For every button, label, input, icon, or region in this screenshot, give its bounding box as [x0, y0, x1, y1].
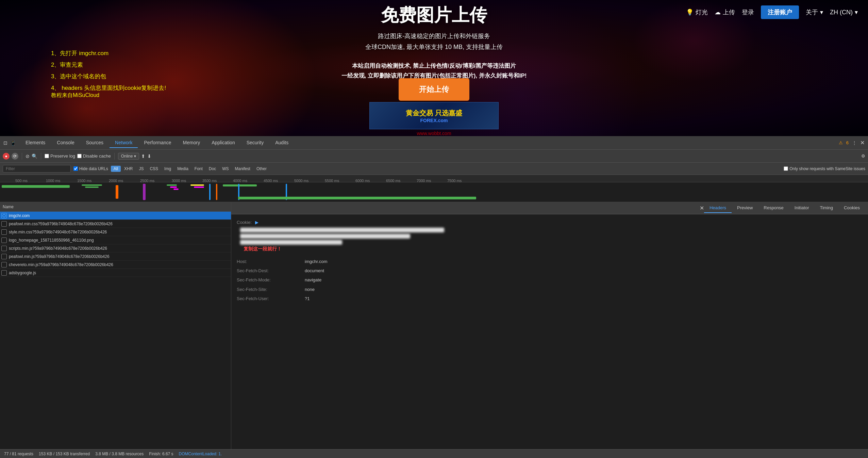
- alert-count: 6: [846, 140, 849, 145]
- tbar-8: [190, 184, 204, 186]
- search-icon[interactable]: 🔍: [32, 153, 37, 159]
- nav-light[interactable]: 💡 灯光: [686, 8, 708, 16]
- hide-data-urls-label: Hide data URLs: [79, 166, 108, 171]
- table-row[interactable]: logo_homepage_1587118550966_46110d.png: [0, 236, 231, 244]
- tab-network[interactable]: Network: [110, 138, 138, 148]
- tab-performance[interactable]: Performance: [138, 138, 177, 148]
- row-type-icon: [1, 238, 7, 243]
- filter-type-buttons: All XHR JS CSS Img Media Font Doc WS Man…: [111, 166, 269, 172]
- filter-input[interactable]: [3, 165, 71, 173]
- filter-type-doc[interactable]: Doc: [206, 166, 219, 172]
- header-sec-fetch-site: Sec-Fetch-Site: none: [237, 285, 863, 293]
- tbar-2: [85, 186, 99, 188]
- filter-icon[interactable]: ⊘: [26, 153, 30, 159]
- devtools-tabbar: ⊡ 📱 Elements Console Sources Network Per…: [0, 136, 868, 150]
- nav-login[interactable]: 登录: [742, 8, 754, 16]
- filter-type-media[interactable]: Media: [174, 166, 191, 172]
- requests-count: 77 / 81 requests: [4, 452, 33, 456]
- detail-close-button[interactable]: ✕: [700, 205, 704, 211]
- tab-console[interactable]: Console: [51, 138, 80, 148]
- tab-application[interactable]: Application: [206, 138, 240, 148]
- nav-about[interactable]: 关于 ▾: [806, 8, 823, 16]
- table-row[interactable]: style.min.css?59a9796b749048c678e7206b00…: [0, 228, 231, 236]
- samesite-filter: Only show requests with SameSite issues: [784, 166, 865, 171]
- detail-tab-headers[interactable]: Headers: [704, 203, 732, 213]
- cookie-value-blurred-2: [240, 234, 410, 239]
- nav-register-button[interactable]: 注册账户: [761, 5, 799, 19]
- tbar-7: [173, 189, 179, 190]
- online-selector[interactable]: Online ▾: [118, 153, 139, 160]
- filter-type-ws[interactable]: WS: [219, 166, 231, 172]
- hero-navigation: 💡 灯光 ☁ 上传 登录 注册账户 关于 ▾ ZH (CN) ▾: [676, 0, 868, 24]
- row-type-icon: [1, 270, 7, 276]
- more-icon[interactable]: ⋮: [852, 140, 857, 146]
- dom-content-loaded[interactable]: DOMContentLoaded: 1.: [179, 452, 222, 456]
- detail-tab-initiator[interactable]: Initiator: [789, 203, 815, 213]
- table-row[interactable]: imgchr.com: [0, 212, 231, 220]
- tbar-12: [223, 184, 257, 186]
- tab-elements[interactable]: Elements: [20, 138, 51, 148]
- upload-button[interactable]: 开始上传: [399, 78, 469, 101]
- tab-security[interactable]: Security: [241, 138, 269, 148]
- download-arrow-icon[interactable]: ⬇: [147, 153, 151, 159]
- row-type-icon: [1, 229, 7, 235]
- nav-upload-label: 上传: [723, 8, 735, 16]
- samesite-checkbox[interactable]: [784, 166, 788, 171]
- nav-lang[interactable]: ZH (CN) ▾: [830, 9, 858, 16]
- filter-type-all[interactable]: All: [111, 166, 121, 172]
- row-name-2: style.min.css?59a9796b749048c678e7206b00…: [9, 230, 230, 234]
- preserve-log-input[interactable]: [45, 154, 49, 158]
- preserve-log-checkbox[interactable]: Preserve log: [45, 153, 75, 159]
- nav-login-label: 登录: [742, 8, 754, 16]
- tab-audits[interactable]: Audits: [270, 138, 294, 148]
- expand-button[interactable]: ▶: [255, 218, 258, 226]
- detail-tab-timing[interactable]: Timing: [815, 203, 839, 213]
- disable-cache-input[interactable]: [77, 154, 82, 158]
- hero-source: 教程来自MiSuCloud: [51, 92, 99, 99]
- watermark: www.wobbt.com: [417, 131, 451, 136]
- table-row[interactable]: scripts.min.js?59a9796b749048c678e7206b0…: [0, 244, 231, 252]
- table-row[interactable]: peafowl.min.js?59a9796b749048c678e7206b0…: [0, 252, 231, 261]
- clear-button[interactable]: ⟳: [12, 153, 18, 160]
- sec-fetch-mode-key: Sec-Fetch-Mode:: [237, 276, 305, 284]
- ad-forex: FOREX.com: [420, 118, 448, 123]
- hide-data-urls-checkbox[interactable]: Hide data URLs: [73, 166, 108, 171]
- mark-4500ms: 4500 ms: [264, 179, 278, 183]
- close-icon[interactable]: ✕: [860, 140, 865, 146]
- filter-type-img[interactable]: Img: [162, 166, 174, 172]
- filter-type-js[interactable]: JS: [136, 166, 146, 172]
- instruction-2: 2、审查元素: [51, 59, 166, 71]
- upload-arrow-icon[interactable]: ⬆: [141, 153, 145, 159]
- tab-memory[interactable]: Memory: [178, 138, 206, 148]
- settings-icon[interactable]: ⚙: [861, 153, 865, 159]
- nav-about-label: 关于: [806, 8, 818, 16]
- upload-icon: ☁: [715, 9, 721, 16]
- toolbar-divider-3: [114, 153, 115, 160]
- sec-fetch-site-key: Sec-Fetch-Site:: [237, 285, 305, 293]
- filter-type-font[interactable]: Font: [192, 166, 205, 172]
- filter-type-css[interactable]: CSS: [147, 166, 161, 172]
- mark-2000ms: 2000 ms: [109, 179, 123, 183]
- hide-data-urls-input[interactable]: [73, 166, 78, 171]
- filter-type-xhr[interactable]: XHR: [121, 166, 135, 172]
- nav-upload[interactable]: ☁ 上传: [715, 8, 735, 16]
- hero-advertisement[interactable]: 黄金交易 只选嘉盛 FOREX.com: [369, 102, 499, 129]
- tab-sources[interactable]: Sources: [81, 138, 109, 148]
- tbar-1: [82, 184, 102, 186]
- disable-cache-checkbox[interactable]: Disable cache: [77, 153, 111, 159]
- filter-type-other[interactable]: Other: [254, 166, 269, 172]
- table-row[interactable]: chevereto.min.js?59a9796b749048c678e7206…: [0, 261, 231, 269]
- record-button[interactable]: ●: [3, 153, 10, 160]
- row-name-7: adsbygoogle.js: [9, 271, 230, 275]
- mark-5000ms: 5000 ms: [294, 179, 308, 183]
- detail-tab-preview[interactable]: Preview: [732, 203, 758, 213]
- row-name-3: logo_homepage_1587118550966_46110d.png: [9, 238, 230, 243]
- detail-tab-response[interactable]: Response: [758, 203, 789, 213]
- host-value: imgchr.com: [305, 258, 863, 265]
- detail-tab-cookies[interactable]: Cookies: [838, 203, 865, 213]
- table-row[interactable]: adsbygoogle.js: [0, 269, 231, 277]
- filter-type-manifest[interactable]: Manifest: [232, 166, 253, 172]
- toolbar-divider-1: [22, 153, 22, 160]
- timeline[interactable]: 500 ms 1000 ms 1500 ms 2000 ms 2500 ms 3…: [0, 175, 868, 202]
- table-row[interactable]: peafowl.min.css?59a9796b749048c678e7206b…: [0, 220, 231, 228]
